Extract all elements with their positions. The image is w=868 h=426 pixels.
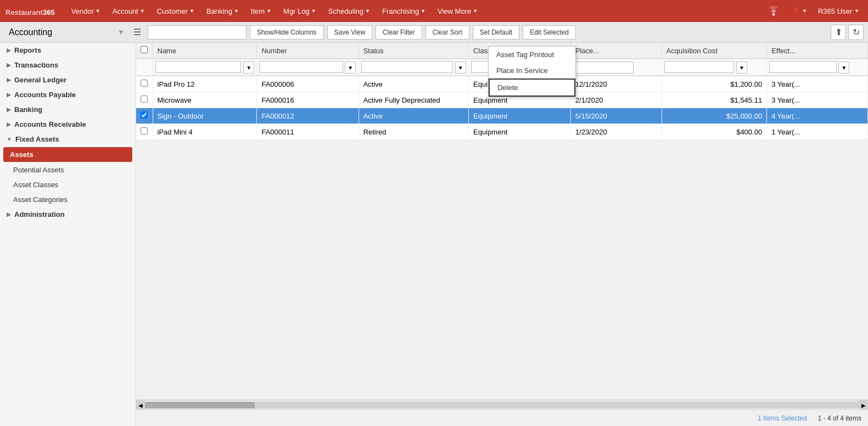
nav-item-arrow: ▼ [266,8,271,14]
row4-checkbox-cell [136,124,153,140]
row3-class: Equipment [469,108,571,124]
row2-checkbox-cell [136,92,153,108]
row2-checkbox[interactable] [141,96,148,103]
table-header-place: Place... [570,43,662,59]
edit-selected-button[interactable]: Edit Selected [523,25,576,40]
nav-franchising-arrow: ▼ [421,8,425,14]
row1-checkbox[interactable] [141,80,148,87]
sidebar-item-asset-categories[interactable]: Asset Categories [0,192,136,207]
show-hide-columns-button[interactable]: Show/Hide Columns [250,25,324,40]
dropdown-delete[interactable]: Delete [489,79,575,97]
brand-logo[interactable]: Restaurant365 [5,5,55,18]
scroll-left-arrow[interactable]: ◀ [136,400,145,410]
row4-status: Retired [359,124,468,140]
table-header-status: Status [359,43,468,59]
nav-item[interactable]: Item ▼ [245,4,277,19]
sidebar-item-reports[interactable]: ▶ Reports [0,43,136,58]
row4-name: iPad Mini 4 [153,124,257,140]
nav-banking[interactable]: Banking ▼ [201,4,244,19]
sidebar-item-transactions[interactable]: ▶ Transactions [0,58,136,72]
sidebar-item-potential-assets[interactable]: Potential Assets [0,162,136,177]
nav-customer[interactable]: Customer ▼ [152,4,200,19]
table-header-effect: Effect... [767,43,868,59]
filter-number-input[interactable] [259,61,343,73]
row4-class: Equipment [469,124,571,140]
row3-acq-cost: $25,000.00 [662,108,767,124]
table-row[interactable]: Sign - Outdoor FA000012 Active Equipment… [136,108,868,124]
row1-name: iPad Pro 12 [153,76,257,92]
sidebar-item-administration[interactable]: ▶ Administration [0,207,136,222]
table-header-number: Number [257,43,359,59]
filter-number-clear[interactable]: ▼ [345,61,356,74]
scroll-right-arrow[interactable]: ▶ [859,400,868,410]
sidebar-arrow-transactions: ▶ [7,62,11,68]
filter-name-input[interactable] [155,61,242,73]
filter-acq-clear[interactable]: ▼ [736,61,747,74]
row2-status: Active Fully Depreciated [359,92,468,108]
filter-effect-cell: ▼ [767,59,868,76]
top-navigation: Restaurant365 Vendor ▼ Account ▼ Custome… [0,0,868,22]
dropdown-asset-tag-printout[interactable]: Asset Tag Printout [489,47,575,63]
row4-checkbox[interactable] [141,127,148,134]
row3-checkbox[interactable] [141,111,148,119]
filter-effect-input[interactable] [769,61,836,73]
nav-franchising[interactable]: Franchising ▼ [377,4,431,19]
sidebar-item-general-ledger[interactable]: ▶ General Ledger [0,72,136,87]
table-row[interactable]: iPad Mini 4 FA000011 Retired Equipment 1… [136,124,868,140]
row3-number: FA000012 [257,108,359,124]
row4-number: FA000011 [257,124,359,140]
total-count-text: 1 - 4 of 4 items [818,414,861,422]
nav-mgr-log[interactable]: Mgr Log ▼ [278,4,322,19]
filter-acq-input[interactable] [664,61,735,73]
nav-scheduling[interactable]: Scheduling ▼ [323,4,376,19]
sidebar-arrow-fixed-assets: ▼ [7,136,12,142]
hamburger-button[interactable]: ☰ [130,25,144,40]
filter-name-clear[interactable]: ▼ [243,61,254,74]
nav-vendor[interactable]: Vendor ▼ [66,4,106,19]
edit-selected-container: Edit Selected Asset Tag Printout Place I… [523,25,576,40]
row3-status: Active [359,108,468,124]
select-all-checkbox[interactable] [141,46,148,53]
save-view-button[interactable]: Save View [327,25,372,40]
scroll-thumb[interactable] [145,402,255,408]
row1-place: 12/1/2020 [570,76,662,92]
filter-status-clear[interactable]: ▼ [455,61,466,74]
right-icons: ⬆ ↻ [831,25,864,40]
nav-help-icon[interactable]: ❓ ▼ [788,5,810,18]
row3-name: Sign - Outdoor [153,108,257,124]
sidebar-arrow-administration: ▶ [7,211,11,217]
row2-name: Microwave [153,92,257,108]
sidebar-item-asset-classes[interactable]: Asset Classes [0,177,136,192]
clear-sort-button[interactable]: Clear Sort [425,25,469,40]
filter-effect-clear[interactable]: ▼ [838,61,849,74]
sidebar-item-banking[interactable]: ▶ Banking [0,102,136,117]
sidebar-arrow-general-ledger: ▶ [7,77,11,83]
filter-name-cell: ▼ [153,59,257,76]
sidebar-item-fixed-assets[interactable]: ▼ Fixed Assets [0,132,136,147]
row3-checkbox-cell [136,108,153,124]
row4-effect: 1 Year(... [767,124,868,140]
nav-user[interactable]: R365 User ▼ [815,5,863,18]
nav-wifi-icon[interactable] [764,4,783,18]
set-default-button[interactable]: Set Default [473,25,519,40]
row3-place: 5/15/2020 [570,108,662,124]
sidebar-item-assets[interactable]: Assets [3,147,132,162]
nav-account[interactable]: Account ▼ [107,4,150,19]
nav-customer-arrow: ▼ [189,8,194,14]
horizontal-scrollbar[interactable]: ◀ ▶ [136,400,868,410]
filter-status-cell: ▼ [359,59,468,76]
search-input[interactable] [148,25,247,40]
filter-place-input[interactable] [573,61,634,74]
nav-account-arrow: ▼ [140,8,145,14]
sidebar-item-accounts-payable[interactable]: ▶ Accounts Payable [0,87,136,102]
refresh-icon[interactable]: ↻ [848,25,864,40]
upload-icon[interactable]: ⬆ [831,25,846,40]
nav-view-more-arrow: ▼ [473,8,478,14]
dropdown-place-in-service[interactable]: Place In Service [489,63,575,79]
clear-filter-button[interactable]: Clear Filter [376,25,422,40]
nav-view-more[interactable]: View More ▼ [432,4,483,19]
sidebar-item-accounts-receivable[interactable]: ▶ Accounts Receivable [0,117,136,132]
table-header-acquisition-cost: Acquisition Cost [662,43,767,59]
filter-checkbox-cell [136,59,153,76]
filter-status-input[interactable] [361,61,453,73]
